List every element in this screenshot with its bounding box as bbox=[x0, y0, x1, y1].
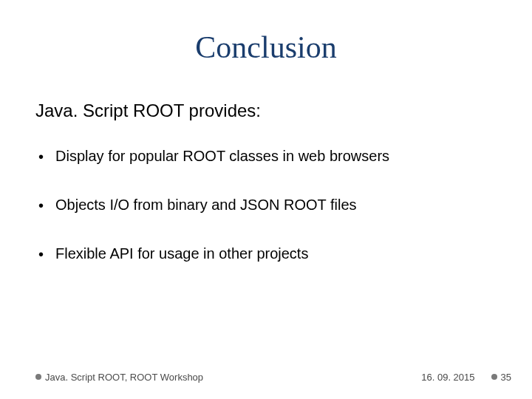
slide-title: Conclusion bbox=[35, 30, 497, 65]
footer-date: 16. 09. 2015 bbox=[421, 372, 474, 383]
slide-subtitle: Java. Script ROOT provides: bbox=[35, 100, 497, 121]
bullet-icon bbox=[35, 374, 41, 380]
bullet-list: Display for popular ROOT classes in web … bbox=[35, 148, 497, 263]
bullet-text: Flexible API for usage in other projects bbox=[55, 245, 308, 262]
footer-page: 35 bbox=[491, 372, 511, 383]
footer-left: Java. Script ROOT, ROOT Workshop bbox=[35, 372, 203, 383]
footer-date-text: 16. 09. 2015 bbox=[421, 372, 474, 383]
footer-left-text: Java. Script ROOT, ROOT Workshop bbox=[45, 372, 203, 383]
bullet-text: Objects I/O from binary and JSON ROOT fi… bbox=[55, 197, 357, 214]
list-item: Display for popular ROOT classes in web … bbox=[35, 148, 497, 166]
footer-page-number: 35 bbox=[501, 372, 511, 383]
slide: Conclusion Java. Script ROOT provides: D… bbox=[0, 0, 532, 399]
footer: Java. Script ROOT, ROOT Workshop 16. 09.… bbox=[0, 372, 532, 383]
list-item: Flexible API for usage in other projects bbox=[35, 245, 497, 263]
bullet-icon bbox=[491, 374, 497, 380]
list-item: Objects I/O from binary and JSON ROOT fi… bbox=[35, 197, 497, 214]
bullet-text: Display for popular ROOT classes in web … bbox=[55, 148, 389, 165]
